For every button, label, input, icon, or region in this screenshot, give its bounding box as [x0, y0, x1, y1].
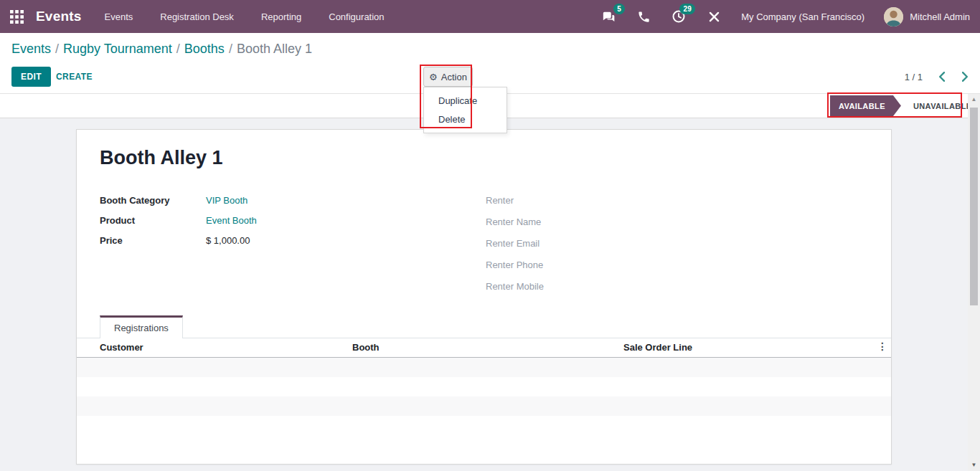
messages-count-badge: 5: [613, 4, 626, 14]
phone-icon[interactable]: [636, 9, 651, 24]
field-value-product[interactable]: Event Booth: [206, 215, 257, 226]
notebook-tabstrip: Registrations: [77, 315, 891, 338]
breadcrumb-separator: /: [55, 42, 59, 56]
column-header-sale-order-line[interactable]: Sale Order Line: [623, 342, 692, 353]
field-label-booth-category: Booth Category: [100, 195, 170, 206]
breadcrumb-rugby-tournament[interactable]: Rugby Tournament: [63, 42, 172, 56]
table-row: [77, 396, 891, 416]
field-label-renter: Renter: [486, 195, 514, 206]
breadcrumb: Events/Rugby Tournament/Booths/Booth All…: [11, 42, 312, 57]
action-duplicate[interactable]: Duplicate: [424, 92, 507, 110]
field-label-renter-phone: Renter Phone: [486, 260, 543, 270]
pager-previous-icon[interactable]: [938, 72, 945, 82]
breadcrumb-booths[interactable]: Booths: [184, 42, 225, 56]
scrollbar-down-icon[interactable]: ▼: [968, 462, 980, 468]
column-header-customer[interactable]: Customer: [100, 342, 143, 353]
action-dropdown-menu: Duplicate Delete: [423, 87, 507, 133]
breadcrumb-events[interactable]: Events: [11, 42, 51, 56]
scrollbar-up-icon[interactable]: ▲: [968, 96, 980, 103]
user-avatar: [884, 7, 903, 27]
breadcrumb-separator: /: [176, 42, 180, 56]
pager-next-icon[interactable]: [962, 72, 969, 82]
status-available[interactable]: AVAILABLE: [830, 95, 901, 116]
table-row: [77, 358, 891, 377]
main-menu: Events Registration Desk Reporting Confi…: [103, 7, 386, 27]
app-brand[interactable]: Events: [36, 9, 82, 24]
create-button[interactable]: CREATE: [56, 72, 93, 82]
action-menu-button[interactable]: ⚙ Action: [423, 67, 473, 87]
pager: 1 / 1: [905, 67, 969, 87]
field-label-renter-mobile: Renter Mobile: [486, 281, 544, 292]
navbar-right: 5 29 My Company (San Francisco): [600, 7, 980, 27]
tab-registrations[interactable]: Registrations: [100, 315, 183, 338]
user-menu[interactable]: Mitchell Admin: [884, 7, 970, 27]
scrollbar-thumb[interactable]: [970, 108, 978, 305]
breadcrumb-current: Booth Alley 1: [237, 42, 312, 56]
menu-item-reporting[interactable]: Reporting: [260, 7, 303, 27]
activities-count-badge: 29: [679, 4, 695, 14]
action-delete[interactable]: Delete: [424, 110, 507, 129]
gear-icon: ⚙: [429, 72, 438, 82]
field-label-price: Price: [100, 235, 123, 246]
field-label-renter-name: Renter Name: [486, 217, 541, 227]
user-name: Mitchell Admin: [910, 11, 970, 22]
edit-button[interactable]: EDIT: [11, 67, 51, 87]
vertical-scrollbar: ▲ ▼: [968, 94, 980, 471]
record-title: Booth Alley 1: [100, 147, 223, 169]
menu-item-events[interactable]: Events: [103, 7, 135, 27]
menu-item-configuration[interactable]: Configuration: [327, 7, 385, 27]
statusbar: AVAILABLE UNAVAILABLE: [830, 95, 980, 116]
optional-columns-icon[interactable]: ⋮: [877, 341, 887, 352]
field-label-renter-email: Renter Email: [486, 238, 540, 249]
messages-icon[interactable]: 5: [600, 9, 616, 24]
registrations-table-header: Customer Booth Sale Order Line ⋮: [77, 338, 891, 358]
company-switcher[interactable]: My Company (San Francisco): [741, 11, 864, 22]
top-navbar: Events Events Registration Desk Reportin…: [0, 0, 980, 33]
field-value-booth-category[interactable]: VIP Booth: [206, 195, 248, 206]
column-header-booth[interactable]: Booth: [352, 342, 380, 353]
form-sheet: Booth Alley 1 Booth Category VIP Booth P…: [76, 129, 892, 465]
breadcrumb-separator: /: [229, 42, 232, 56]
form-view-background: Booth Alley 1 Booth Category VIP Booth P…: [0, 118, 968, 471]
field-label-product: Product: [100, 215, 135, 226]
pager-nav: [938, 72, 969, 82]
pager-count: 1 / 1: [905, 72, 923, 82]
field-value-price: $ 1,000.00: [206, 235, 250, 246]
menu-item-registration-desk[interactable]: Registration Desk: [159, 7, 235, 27]
action-button-label: Action: [441, 72, 467, 82]
apps-grid-icon[interactable]: [9, 9, 24, 24]
tools-icon[interactable]: [706, 9, 722, 24]
activities-clock-icon[interactable]: 29: [671, 9, 687, 24]
